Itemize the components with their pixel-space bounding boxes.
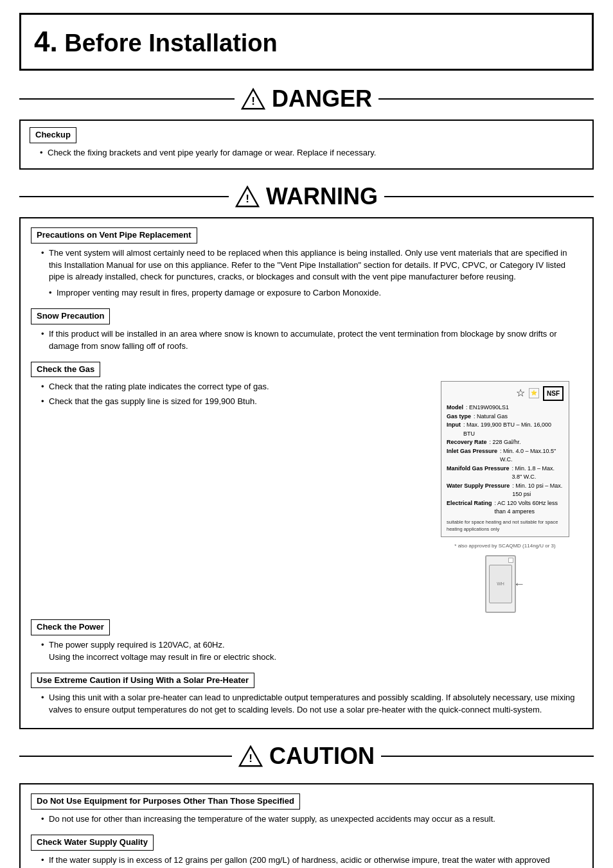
rp-recovery-value: : 228 Gal/hr. bbox=[490, 438, 521, 447]
snow-precaution-bullet: If this product will be installed in an … bbox=[41, 328, 582, 353]
checkup-header: Checkup bbox=[30, 127, 76, 143]
rp-water-value: : Min. 10 psi – Max. 150 psi bbox=[512, 482, 564, 499]
vent-pipe-header: Precautions on Vent Pipe Replacement bbox=[31, 227, 197, 244]
check-water-supply-bullet: If the water supply is in excess of 12 g… bbox=[41, 855, 582, 868]
star-icon: ☆ bbox=[516, 385, 525, 401]
check-water-supply-header: Check Water Supply Quality bbox=[31, 835, 154, 851]
caution-banner: ! CAUTION bbox=[19, 740, 594, 773]
check-gas-header: Check the Gas bbox=[31, 362, 100, 378]
danger-section: Checkup Check the fixing brackets and ve… bbox=[19, 120, 594, 170]
check-gas-text-area: Check that the rating plate indicates th… bbox=[31, 381, 422, 613]
rp-model-label: Model bbox=[447, 403, 463, 412]
svg-text:!: ! bbox=[245, 193, 249, 205]
water-heater-illustration: WH bbox=[485, 555, 516, 613]
rp-model-value: : EN19W090LS1 bbox=[466, 403, 509, 412]
caution-icon: ! bbox=[238, 744, 263, 768]
rp-electric-label: Electrical Rating bbox=[447, 499, 492, 517]
title-number: 4. bbox=[34, 26, 58, 57]
rp-recovery-label: Recovery Rate bbox=[447, 438, 487, 447]
vent-pipe-bullet-1: The vent system will almost certainly ne… bbox=[41, 247, 582, 284]
snow-precaution-header: Snow Precaution bbox=[31, 308, 110, 324]
check-gas-bullet-2: Check that the gas supply line is sized … bbox=[41, 396, 422, 408]
do-not-use-bullet: Do not use for other than increasing the… bbox=[41, 813, 582, 826]
page-title: 4. Before Installation bbox=[19, 13, 594, 71]
rp-electric-value: : AC 120 Volts 60Hz less than 4 amperes bbox=[495, 499, 564, 517]
rp-inlet-label: Inlet Gas Pressure bbox=[447, 447, 497, 465]
energy-star-icon: ⭐ bbox=[529, 388, 539, 398]
rp-inlet-value: : Min. 4.0 – Max.10.5" W.C. bbox=[500, 447, 564, 465]
do-not-use-header: Do Not Use Equipment for Purposes Other … bbox=[31, 793, 300, 810]
check-power-header: Check the Power bbox=[31, 619, 110, 635]
rp-input-label: Input bbox=[447, 421, 461, 438]
rp-water-label: Water Supply Pressure bbox=[447, 482, 510, 499]
rating-plate-area: ☆ ⭐ NSF Model: EN19W090LS1 Gas type: Nat… bbox=[428, 381, 582, 613]
rp-gas-value: : Natural Gas bbox=[474, 412, 508, 421]
rp-manifold-label: Manifold Gas Pressure bbox=[447, 465, 510, 482]
check-gas-bullet-1: Check that the rating plate indicates th… bbox=[41, 381, 422, 393]
vent-pipe-bullet-2: Improper venting may result in fires, pr… bbox=[49, 287, 582, 299]
rp-manifold-value: : Min. 1.8 – Max. 3.8" W.C. bbox=[512, 465, 564, 482]
rp-note: suitable for space heating and not suita… bbox=[447, 518, 564, 533]
solar-preheater-header: Use Extreme Caution if Using With a Sola… bbox=[31, 673, 254, 689]
check-power-bullet: The power supply required is 120VAC, at … bbox=[41, 639, 582, 664]
title-text: Before Installation bbox=[64, 30, 278, 57]
danger-banner: ! DANGER bbox=[19, 82, 594, 116]
solar-preheater-bullet: Using this unit with a solar pre-heater … bbox=[41, 692, 582, 716]
warning-icon: ! bbox=[235, 184, 260, 209]
caution-section: Do Not Use Equipment for Purposes Other … bbox=[19, 783, 594, 868]
danger-icon: ! bbox=[241, 87, 265, 111]
rating-plate: ☆ ⭐ NSF Model: EN19W090LS1 Gas type: Nat… bbox=[441, 381, 569, 537]
warning-label: WARNING bbox=[266, 180, 378, 213]
warning-section: Precautions on Vent Pipe Replacement The… bbox=[19, 217, 594, 729]
nsf-badge: NSF bbox=[543, 386, 564, 401]
rp-input-value: : Max. 199,900 BTU – Min. 16,000 BTU bbox=[463, 421, 564, 438]
caution-label: CAUTION bbox=[269, 740, 375, 773]
rp-gas-label: Gas type bbox=[447, 412, 471, 421]
danger-label: DANGER bbox=[272, 82, 372, 116]
rp-approved: * also approved by SCAQMD (114ng/U or 3) bbox=[454, 542, 555, 550]
warning-banner: ! WARNING bbox=[19, 180, 594, 213]
svg-text:!: ! bbox=[251, 95, 255, 107]
svg-text:!: ! bbox=[249, 753, 253, 765]
checkup-bullet: Check the fixing brackets and vent pipe … bbox=[40, 147, 583, 159]
